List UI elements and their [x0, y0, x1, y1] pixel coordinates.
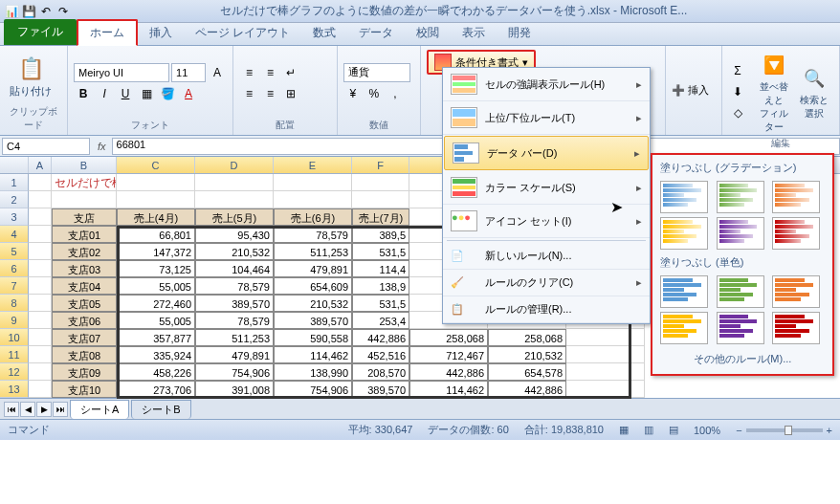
- databar-option[interactable]: [660, 181, 708, 213]
- excel-icon[interactable]: 📊: [4, 4, 19, 19]
- italic-button[interactable]: I: [95, 84, 114, 103]
- insert-cells-button[interactable]: ➕ 挿入: [672, 83, 709, 98]
- cell[interactable]: [352, 174, 409, 191]
- cell[interactable]: 売上(5月): [195, 208, 274, 226]
- comma-icon[interactable]: ,: [386, 84, 405, 103]
- cell[interactable]: 511,253: [274, 243, 352, 260]
- cell[interactable]: 55,005: [117, 312, 195, 329]
- cell[interactable]: [566, 381, 645, 398]
- menu-highlight-rules[interactable]: セルの強調表示ルール(H) ▸: [443, 68, 650, 101]
- align-center-icon[interactable]: ≡: [260, 84, 279, 103]
- row-header[interactable]: 7: [0, 277, 29, 295]
- row-header[interactable]: 11: [0, 346, 29, 363]
- menu-clear-rules[interactable]: 🧹 ルールのクリア(C) ▸: [443, 270, 650, 296]
- cell[interactable]: [29, 346, 52, 363]
- cell[interactable]: [117, 191, 195, 208]
- cell[interactable]: [352, 191, 409, 208]
- cell[interactable]: [52, 191, 117, 208]
- col-header[interactable]: B: [52, 157, 117, 173]
- cell[interactable]: 支店05: [52, 295, 117, 312]
- row-header[interactable]: 2: [0, 191, 29, 208]
- view-layout-icon[interactable]: ▥: [644, 424, 653, 436]
- cell[interactable]: [566, 346, 645, 363]
- zoom-slider[interactable]: [746, 428, 823, 432]
- cell[interactable]: [117, 174, 195, 191]
- cell[interactable]: [29, 243, 52, 260]
- percent-icon[interactable]: %: [365, 84, 384, 103]
- cell[interactable]: 支店02: [52, 243, 117, 260]
- cell[interactable]: [29, 295, 52, 312]
- cell[interactable]: 253,4: [352, 312, 409, 329]
- databar-option[interactable]: [717, 181, 764, 213]
- cell[interactable]: 売上(7月): [352, 208, 409, 226]
- tab-view[interactable]: 表示: [451, 21, 497, 45]
- cell[interactable]: 支店09: [52, 363, 117, 381]
- databar-option[interactable]: [772, 275, 820, 308]
- align-left-icon[interactable]: ≡: [239, 84, 258, 103]
- col-header[interactable]: F: [352, 157, 409, 173]
- view-break-icon[interactable]: ▤: [669, 424, 678, 436]
- sheet-first-icon[interactable]: ⏮: [4, 402, 19, 417]
- cell[interactable]: 支店10: [52, 381, 117, 398]
- cell[interactable]: 442,886: [409, 363, 488, 381]
- cell[interactable]: 66,801: [117, 226, 195, 243]
- menu-icon-sets[interactable]: ●●● アイコン セット(I) ▸: [443, 205, 650, 238]
- sheet-next-icon[interactable]: ▶: [36, 402, 52, 417]
- cell[interactable]: 55,005: [117, 277, 195, 295]
- cell[interactable]: 389,570: [352, 381, 409, 398]
- fill-icon[interactable]: ⬇: [728, 82, 747, 101]
- align-top-icon[interactable]: ≡: [239, 63, 258, 82]
- cell[interactable]: 479,891: [274, 260, 352, 277]
- cell[interactable]: 114,462: [409, 381, 488, 398]
- databar-option[interactable]: [660, 217, 708, 250]
- cell[interactable]: [566, 329, 645, 346]
- sheet-tab-b[interactable]: シートB: [131, 400, 190, 419]
- col-header[interactable]: D: [195, 157, 274, 173]
- row-header[interactable]: 6: [0, 260, 29, 277]
- cell[interactable]: セルだけで棒グラフのように数値の差が一瞬でわかるデータバーを使う: [52, 174, 117, 191]
- bold-button[interactable]: B: [74, 84, 93, 103]
- cell[interactable]: [274, 191, 352, 208]
- cell[interactable]: 95,430: [195, 226, 274, 243]
- col-header[interactable]: C: [117, 157, 195, 173]
- tab-review[interactable]: 校閲: [405, 21, 451, 45]
- cell[interactable]: 654,578: [488, 363, 566, 381]
- cell[interactable]: [29, 260, 52, 277]
- cell[interactable]: [29, 381, 52, 398]
- font-name-combo[interactable]: Meiryo UI: [74, 63, 169, 82]
- cell[interactable]: 売上(6月): [274, 208, 352, 226]
- merge-icon[interactable]: ⊞: [281, 84, 300, 103]
- tab-file[interactable]: ファイル: [4, 19, 77, 45]
- databar-option[interactable]: [660, 312, 708, 344]
- cell[interactable]: [29, 226, 52, 243]
- cell[interactable]: 272,460: [117, 295, 195, 312]
- tab-insert[interactable]: 挿入: [138, 21, 184, 45]
- cell[interactable]: 支店01: [52, 226, 117, 243]
- cell[interactable]: 531,5: [352, 295, 409, 312]
- underline-button[interactable]: U: [116, 84, 135, 103]
- sheet-tab-a[interactable]: シートA: [70, 400, 129, 419]
- cell[interactable]: 104,464: [195, 260, 274, 277]
- cell[interactable]: 売上(4月): [117, 208, 195, 226]
- cell[interactable]: 210,532: [488, 346, 566, 363]
- cell[interactable]: 258,068: [488, 329, 566, 346]
- row-header[interactable]: 1: [0, 174, 29, 191]
- find-select-button[interactable]: 🔍 検索と 選択: [795, 61, 833, 122]
- font-size-combo[interactable]: 11: [171, 63, 206, 82]
- cell[interactable]: 支店04: [52, 277, 117, 295]
- cell[interactable]: 支店03: [52, 260, 117, 277]
- paste-button[interactable]: 📋 貼り付け: [6, 52, 55, 100]
- tab-home[interactable]: ホーム: [77, 19, 138, 46]
- cell[interactable]: 458,226: [117, 363, 195, 381]
- cell[interactable]: [566, 363, 645, 381]
- cell[interactable]: [195, 174, 274, 191]
- cell[interactable]: 712,467: [409, 346, 488, 363]
- menu-color-scales[interactable]: カラー スケール(S) ▸: [443, 171, 650, 205]
- zoom-out-button[interactable]: −: [736, 425, 741, 436]
- name-box[interactable]: C4: [2, 138, 90, 155]
- databar-option[interactable]: [772, 217, 820, 250]
- databar-option[interactable]: [660, 275, 708, 308]
- grow-font-icon[interactable]: A: [208, 63, 227, 82]
- cell[interactable]: [29, 277, 52, 295]
- number-format-combo[interactable]: 通貨: [343, 63, 410, 82]
